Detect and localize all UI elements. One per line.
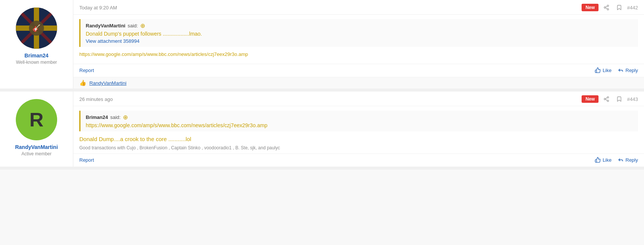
svg-line-16 (606, 98, 608, 99)
post-number-1: #442 (627, 5, 638, 11)
post-main-text-2: Donald Dump....a crook to the core .....… (79, 136, 638, 142)
post-content-2: 26 minutes ago New #443 (73, 92, 644, 167)
svg-point-12 (607, 96, 609, 98)
reply-label-2: Reply (626, 157, 638, 163)
post-body-link-1[interactable]: https://www.google.com/amp/s/www.bbc.com… (79, 51, 638, 57)
quote-author-2: Briman24 said: ⊕ (86, 114, 633, 121)
quote-block-1: RandyVanMartini said: ⊕ Donald Dump's pu… (79, 19, 638, 47)
post-442: 🎸 Briman24 Well-known member Today at 9:… (0, 0, 644, 92)
avatar-2: R (16, 99, 57, 140)
like-label-1: Like (603, 68, 612, 73)
posts-container: 🎸 Briman24 Well-known member Today at 9:… (0, 0, 644, 170)
post-time-1: Today at 9:20 AM (79, 5, 117, 11)
share-button-2[interactable] (602, 95, 611, 103)
post-sidebar-1: 🎸 Briman24 Well-known member (0, 0, 73, 89)
reaction-emoji-1: 👍 (79, 80, 86, 86)
post-footer-2: Report Like Reply (73, 153, 644, 167)
quote-attachment-link-1[interactable]: View attachment 358994 (86, 38, 633, 44)
svg-point-9 (607, 9, 609, 10)
reply-label-1: Reply (626, 68, 638, 73)
like-button-1[interactable]: Like (595, 67, 612, 73)
post-time-2: 26 minutes ago (79, 96, 113, 102)
quote-expand-icon-2[interactable]: ⊕ (123, 114, 128, 121)
quote-text-2: https://www.google.com/amp/s/www.bbc.com… (86, 122, 267, 128)
post-header-actions-1: New #442 (582, 4, 638, 11)
svg-point-8 (604, 7, 606, 8)
avatar-letter-2: R (29, 108, 44, 131)
username-1[interactable]: Briman24 (24, 53, 48, 59)
new-badge-2: New (582, 95, 599, 103)
svg-point-13 (604, 98, 606, 100)
footer-actions-2: Like Reply (595, 157, 638, 163)
share-button-1[interactable] (602, 4, 611, 11)
post-number-2: #443 (627, 96, 638, 102)
user-role-1: Well-known member (16, 60, 57, 65)
quote-text-1: Donald Dump's puppet followers .........… (86, 31, 202, 37)
quote-block-2: Briman24 said: ⊕ https://www.google.com/… (79, 111, 638, 131)
user-role-2: Active member (21, 151, 52, 156)
reply-button-1[interactable]: Reply (618, 67, 638, 73)
quote-said-label-1: said: (127, 23, 138, 29)
post-body-2: Briman24 said: ⊕ https://www.google.com/… (73, 106, 644, 153)
post-443: R RandyVanMartini Active member 26 minut… (0, 92, 644, 170)
footer-actions-1: Like Reply (595, 67, 638, 73)
bookmark-button-2[interactable] (614, 95, 624, 103)
svg-point-7 (607, 5, 609, 6)
report-link-1[interactable]: Report (79, 68, 94, 73)
post-content-1: Today at 9:20 AM New #442 (73, 0, 644, 89)
post-header-2: 26 minutes ago New #443 (73, 92, 644, 106)
post-header-1: Today at 9:20 AM New #442 (73, 0, 644, 15)
svg-line-11 (606, 6, 608, 7)
post-body-1: RandyVanMartini said: ⊕ Donald Dump's pu… (73, 15, 644, 64)
new-badge-1: New (582, 4, 599, 11)
quote-expand-icon-1[interactable]: ⊕ (140, 22, 145, 29)
quote-author-1: RandyVanMartini said: ⊕ (86, 22, 633, 29)
svg-point-14 (607, 100, 609, 102)
post-footer-1: Report Like Reply (73, 64, 644, 77)
quote-said-label-2: said: (110, 114, 120, 120)
post-header-actions-2: New #443 (582, 95, 638, 103)
quote-author-name-2: Briman24 (86, 114, 108, 120)
reply-button-2[interactable]: Reply (618, 157, 638, 163)
post-signature-2: Good transactions with Cujo , BrokenFusi… (79, 145, 638, 150)
svg-line-15 (606, 99, 608, 101)
svg-text:🎸: 🎸 (32, 24, 41, 32)
post-sidebar-2: R RandyVanMartini Active member (0, 92, 73, 167)
quote-author-name-1: RandyVanMartini (86, 23, 125, 29)
svg-line-10 (606, 8, 608, 9)
like-label-2: Like (603, 157, 612, 163)
reactions-bar-1: 👍 RandyVanMartini (73, 77, 644, 89)
bookmark-button-1[interactable] (614, 4, 624, 11)
report-link-2[interactable]: Report (79, 157, 94, 163)
reaction-user-1[interactable]: RandyVanMartini (89, 80, 127, 86)
username-2[interactable]: RandyVanMartini (15, 144, 58, 150)
avatar-1: 🎸 (16, 8, 57, 49)
like-button-2[interactable]: Like (595, 157, 612, 163)
